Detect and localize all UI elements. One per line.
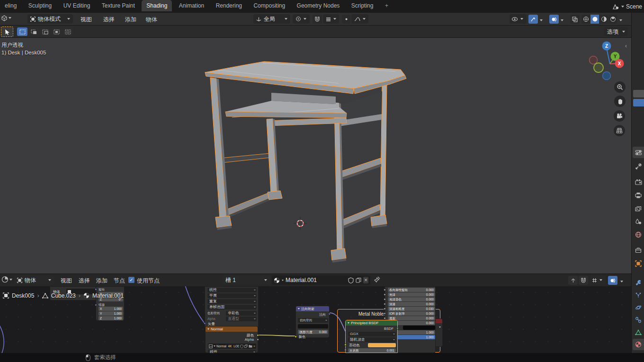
- desk-object[interactable]: [197, 54, 414, 272]
- shader-menu-select[interactable]: 选择: [76, 275, 93, 287]
- bsdf-output-socket[interactable]: [396, 327, 399, 329]
- tab-tool[interactable]: [633, 147, 644, 158]
- fake-user-shield-icon[interactable]: [348, 277, 354, 283]
- tab-shading[interactable]: Shading: [142, 0, 172, 11]
- tab-constraints[interactable]: [633, 314, 644, 326]
- imgtex-interpolation-dropdown[interactable]: 线性: [207, 288, 257, 292]
- normal-texture-node[interactable]: Normal 颜色 Alpha Normal_4K_LOD0_... × 线性: [205, 326, 258, 353]
- shader-menu-add[interactable]: 添加: [93, 275, 110, 287]
- select-mode-extend-button[interactable]: [28, 27, 39, 36]
- tab-collection[interactable]: [633, 244, 644, 256]
- tab-world[interactable]: [633, 229, 644, 240]
- overlays-dropdown-caret[interactable]: [561, 19, 564, 23]
- tab-rendering[interactable]: Rendering: [211, 0, 247, 11]
- mapping-scale-y[interactable]: Y1.000: [98, 311, 123, 316]
- ortho-toggle-button[interactable]: [614, 125, 625, 136]
- vector-input-socket[interactable]: [204, 322, 206, 325]
- tab-tool-settings[interactable]: [633, 161, 644, 172]
- snap-with-dropdown[interactable]: [323, 14, 339, 24]
- go-parent-nodetree-button[interactable]: [568, 276, 578, 285]
- uvmap-name-field[interactable]: [298, 324, 328, 328]
- imgtex-projection-dropdown[interactable]: 平展: [207, 293, 257, 298]
- pin-icon[interactable]: [374, 276, 380, 283]
- proportional-falloff-dropdown[interactable]: [351, 14, 368, 24]
- tab-physics[interactable]: [633, 302, 644, 313]
- normalmap-color-socket[interactable]: [295, 336, 297, 338]
- tab-particles[interactable]: [633, 290, 644, 301]
- zoom-button[interactable]: [614, 81, 626, 93]
- normal-map-node[interactable]: 法向映射 法向 切向空间 强度/力度0.000 颜色: [295, 306, 330, 338]
- object-visibility-dropdown[interactable]: [510, 14, 527, 24]
- shader-menu-node[interactable]: 节点: [111, 275, 128, 287]
- shading-material-button[interactable]: [599, 15, 608, 24]
- unlink-image-button[interactable]: ×: [253, 344, 255, 348]
- node-overlays-caret[interactable]: [620, 281, 623, 284]
- scene-selector[interactable]: Scene: [612, 0, 644, 13]
- mode-dropdown[interactable]: 物体模式: [27, 14, 73, 24]
- snap-toggle[interactable]: [313, 15, 322, 24]
- normalmap-strength-slider[interactable]: 强度/力度0.000: [298, 330, 328, 334]
- slider-ior[interactable]: IOR 折射率0.000: [388, 311, 435, 316]
- shader-menu-view[interactable]: 视图: [58, 275, 75, 287]
- mapping-scale-x[interactable]: X1.000: [98, 307, 123, 311]
- options-dropdown[interactable]: 选项: [604, 27, 628, 36]
- tab-geometry-nodes[interactable]: Geometry Nodes: [292, 0, 345, 11]
- shader-node-editor[interactable]: Metal Noble... 各向异性旋转0.000 光泽0.000 光泽染色0…: [0, 286, 631, 353]
- subsurface-socket[interactable]: [344, 349, 347, 351]
- tab-animation[interactable]: Animation: [174, 0, 209, 11]
- emission-color-swatch[interactable]: [403, 326, 435, 330]
- material-slot-dropdown[interactable]: 槽 1: [223, 275, 270, 285]
- tab-texture-paint[interactable]: Texture Paint: [97, 0, 140, 11]
- show-overlays-toggle[interactable]: [549, 15, 559, 24]
- tab-modeling[interactable]: eling: [0, 0, 21, 11]
- xray-toggle[interactable]: [570, 15, 580, 24]
- imgtex-frames-dropdown[interactable]: 单帧画面: [207, 305, 257, 309]
- tab-object[interactable]: [633, 258, 644, 269]
- editor-type-button-shader[interactable]: [1, 276, 12, 283]
- slider-anisotropic-rotation[interactable]: 各向异性旋转0.000: [388, 288, 435, 292]
- node-overlays-toggle[interactable]: [608, 276, 617, 285]
- shading-dropdown-caret[interactable]: [619, 19, 622, 23]
- material-id-field[interactable]: Material.001 ×: [272, 275, 370, 285]
- show-gizmo-toggle[interactable]: [528, 15, 538, 24]
- shading-rendered-button[interactable]: [608, 15, 617, 24]
- menu-view[interactable]: 视图: [78, 14, 95, 26]
- bsdf-sss-method-dropdown[interactable]: 随机游走: [348, 337, 396, 342]
- node-snap-toggle[interactable]: [579, 276, 588, 285]
- pivot-point-dropdown[interactable]: [293, 14, 310, 24]
- tab-sculpting[interactable]: Sculpting: [24, 0, 56, 11]
- new-material-copy-icon[interactable]: [356, 277, 361, 283]
- tab-uv-editing[interactable]: UV Editing: [59, 0, 95, 11]
- image-texture-node[interactable]: 线性 平展 重复 单帧画面 色彩空间 非彩色 Alpha 直通型 矢量: [205, 286, 259, 328]
- alpha-mode-dropdown[interactable]: 直通型: [226, 317, 257, 321]
- slider-sheen-tint[interactable]: 光泽染色0.000: [388, 297, 435, 301]
- mapping-node[interactable]: 旋转 X Z0° 缩放 X1.000 Y1.000 Z1.000: [96, 286, 125, 321]
- slider-clearcoat-roughness[interactable]: 清漆粗糙度0.030: [388, 307, 435, 311]
- shading-solid-button[interactable]: [590, 15, 599, 24]
- bsdf-distribution-dropdown[interactable]: GGX: [348, 332, 396, 336]
- tab-compositing[interactable]: Compositing: [249, 0, 290, 11]
- tab-view-layer[interactable]: [633, 203, 644, 214]
- tab-scene[interactable]: [633, 216, 644, 227]
- node-snap-with-dropdown[interactable]: [589, 275, 605, 285]
- sidebar-collapse-arrow[interactable]: ‹: [625, 43, 627, 49]
- navigation-gizmo[interactable]: Z Y X: [587, 39, 627, 84]
- proportional-editing-toggle[interactable]: [342, 15, 350, 24]
- imgtex-extension-dropdown[interactable]: 重复: [207, 299, 257, 304]
- tab-object-data[interactable]: [633, 327, 644, 338]
- tab-material[interactable]: [633, 339, 644, 350]
- add-workspace-button[interactable]: +: [380, 0, 393, 11]
- base-color-socket[interactable]: [344, 344, 347, 346]
- editor-type-button[interactable]: [1, 15, 11, 21]
- slider-clearcoat[interactable]: 清漆0.000: [388, 302, 435, 306]
- select-mode-subtract-button[interactable]: [40, 27, 50, 36]
- unlink-material-button[interactable]: ×: [363, 277, 368, 283]
- select-mode-new-button[interactable]: [17, 27, 27, 36]
- select-mode-invert-button[interactable]: [51, 27, 62, 36]
- base-color-swatch[interactable]: [368, 343, 396, 347]
- menu-select[interactable]: 选择: [100, 14, 117, 26]
- active-tool-button[interactable]: [1, 26, 13, 37]
- normal-output-socket[interactable]: [328, 313, 331, 315]
- tab-scripting[interactable]: Scripting: [347, 0, 378, 11]
- use-nodes-checkbox[interactable]: ✓: [128, 277, 134, 283]
